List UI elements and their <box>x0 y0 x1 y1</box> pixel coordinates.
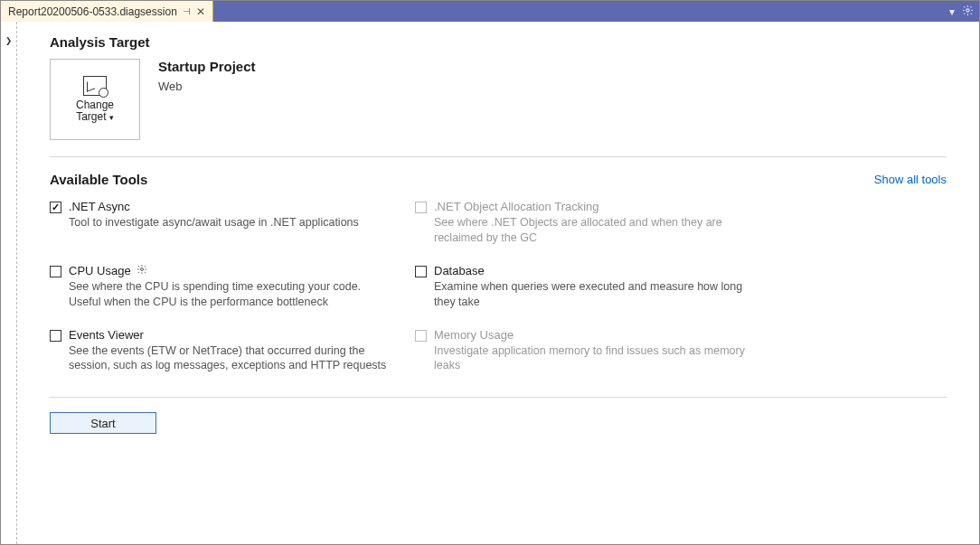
tool-title: Events Viewer <box>69 328 393 342</box>
change-target-button[interactable]: Change Target ▾ <box>50 59 140 140</box>
settings-gear-icon[interactable] <box>962 5 974 19</box>
analysis-target-row: Change Target ▾ Startup Project Web <box>50 59 947 140</box>
tool-checkbox[interactable] <box>415 266 427 277</box>
tool-description: See where the CPU is spending time execu… <box>69 279 393 310</box>
expand-panel-icon[interactable]: ❯ <box>5 34 12 544</box>
tool-checkbox[interactable] <box>50 202 61 213</box>
svg-point-1 <box>140 268 143 270</box>
project-title: Startup Project <box>158 59 256 74</box>
window-menu-dropdown-icon[interactable]: ▾ <box>949 5 955 18</box>
tool-title: .NET Object Allocation Tracking <box>434 200 759 213</box>
available-tools-heading: Available Tools <box>50 172 147 187</box>
tools-grid: .NET AsyncTool to investigate async/awai… <box>50 200 947 373</box>
tab-bar: Report20200506-0533.diagsession ⊣ ✕ ▾ <box>1 1 979 22</box>
tool-description: Tool to investigate async/await usage in… <box>69 215 393 230</box>
divider <box>50 397 947 398</box>
show-all-tools-link[interactable]: Show all tools <box>874 173 947 186</box>
tool-item: CPU UsageSee where the CPU is spending t… <box>50 264 393 310</box>
start-button[interactable]: Start <box>50 412 156 434</box>
gear-icon[interactable] <box>137 264 147 277</box>
tool-title: CPU Usage <box>69 264 393 277</box>
tool-checkbox <box>415 202 427 213</box>
tool-description: Investigate application memory to find i… <box>434 343 759 374</box>
svg-point-0 <box>966 8 969 11</box>
pin-icon[interactable]: ⊣ <box>183 6 191 16</box>
panel-gutter: ❯ <box>1 22 17 544</box>
close-icon[interactable]: ✕ <box>196 5 205 18</box>
tool-item: Memory UsageInvestigate application memo… <box>415 328 759 374</box>
tool-checkbox[interactable] <box>50 330 61 342</box>
main-content: Analysis Target Change Target ▾ Startup … <box>17 22 979 544</box>
tool-title: Database <box>434 264 759 277</box>
chevron-down-icon: ▾ <box>109 113 114 122</box>
analysis-target-heading: Analysis Target <box>50 34 947 50</box>
divider <box>50 156 947 157</box>
tool-item: .NET Object Allocation TrackingSee where… <box>415 200 759 246</box>
project-subtitle: Web <box>158 80 256 93</box>
tabbar-right-controls: ▾ <box>949 1 974 22</box>
tool-description: Examine when queries were executed and m… <box>434 279 759 310</box>
document-tab[interactable]: Report20200506-0533.diagsession ⊣ ✕ <box>1 1 213 22</box>
tool-item: Events ViewerSee the events (ETW or NetT… <box>50 328 393 374</box>
tool-description: See where .NET Objects are allocated and… <box>434 215 759 246</box>
tool-checkbox[interactable] <box>50 266 61 277</box>
tool-title: Memory Usage <box>434 328 759 342</box>
tool-checkbox <box>415 330 427 342</box>
target-info: Startup Project Web <box>158 59 256 140</box>
tool-item: DatabaseExamine when queries were execut… <box>415 264 759 310</box>
image-icon <box>83 76 107 96</box>
tool-description: See the events (ETW or NetTrace) that oc… <box>69 343 393 374</box>
tool-title: .NET Async <box>69 200 393 213</box>
change-target-label: Change Target ▾ <box>76 99 114 123</box>
tab-title: Report20200506-0533.diagsession <box>8 5 177 18</box>
tool-item: .NET AsyncTool to investigate async/awai… <box>50 200 393 246</box>
